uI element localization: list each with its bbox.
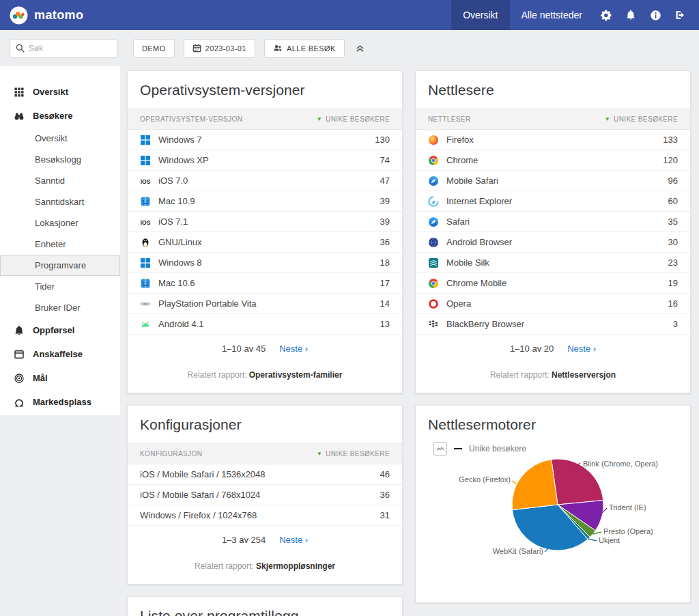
table-row[interactable]: Chrome120: [416, 150, 690, 171]
chrome-icon: [428, 155, 439, 166]
sidebar-item-label: Sanntid: [35, 176, 65, 186]
chrome-icon: [428, 278, 439, 289]
row-value: 35: [668, 216, 678, 227]
sidebar-item-label: Besøkere: [33, 111, 73, 121]
row-label: PlayStation Portable Vita: [158, 298, 380, 309]
row-value: 120: [663, 155, 678, 165]
table-row[interactable]: GNU/Linux36: [128, 232, 402, 253]
column-header-configuration[interactable]: Konfigurasjon: [140, 450, 202, 458]
next-page-link[interactable]: Neste ›: [279, 535, 308, 545]
sidebar-item-m-l[interactable]: Mål: [0, 366, 120, 390]
notifications-bell-icon[interactable]: [618, 0, 643, 30]
segment-selector-button[interactable]: ALLE BESØK: [264, 39, 345, 58]
sidebar-item-programvare[interactable]: Programvare: [0, 255, 120, 276]
table-row[interactable]: iOS / Mobile Safari / 1536x204846: [128, 464, 402, 485]
table-row[interactable]: iOSiOS 7.139: [128, 212, 402, 232]
search-input[interactable]: [29, 44, 104, 53]
binoculars-icon: [14, 111, 25, 122]
table-row[interactable]: Mac 10.617: [128, 273, 402, 294]
column-header-browser[interactable]: Nettleser: [428, 115, 471, 123]
table-row[interactable]: eInternet Explorer60: [416, 191, 690, 212]
table-row[interactable]: Mobile Silk23: [416, 253, 690, 273]
column-header-unique-visitors[interactable]: ▼ Unike besøkere: [317, 115, 390, 123]
table-row[interactable]: PlayStation Portable Vita14: [128, 294, 402, 314]
table-row[interactable]: Android Browser30: [416, 232, 690, 253]
sidebar-item-lokasjoner[interactable]: Lokasjoner: [0, 212, 120, 234]
sidebar-item-sanntid[interactable]: Sanntid: [0, 170, 120, 191]
logout-icon[interactable]: [668, 0, 692, 30]
site-selector-button[interactable]: DEMO: [133, 39, 175, 58]
sort-desc-icon: ▼: [317, 451, 322, 457]
row-value: 13: [380, 319, 390, 329]
info-icon[interactable]: [643, 0, 668, 30]
sidebar-item-label: Oversikt: [33, 87, 68, 97]
table-row[interactable]: Firefox133: [416, 130, 690, 150]
bell-icon: [14, 325, 25, 336]
safari-icon: [428, 176, 439, 186]
table-row[interactable]: Windows 818: [128, 253, 402, 273]
table-row[interactable]: Android 4.113: [128, 314, 402, 335]
row-value: 133: [663, 135, 678, 145]
pie-slice-label: Gecko (Firefox): [459, 475, 511, 484]
table-row[interactable]: Mobile Safari96: [416, 171, 690, 191]
table-row[interactable]: Mac 10.939: [128, 191, 402, 212]
sidebar-item-markedsplass[interactable]: Markedsplass: [0, 390, 120, 414]
related-report-prefix: Relatert rapport:: [188, 370, 247, 380]
sort-desc-icon: ▼: [605, 117, 610, 122]
sidebar-item-sanntidskart[interactable]: Sanntidskart: [0, 191, 120, 212]
table-row[interactable]: Windows XP74: [128, 150, 402, 171]
sidebar-item-label: Oppførsel: [33, 325, 74, 335]
pie-label-line: [512, 481, 517, 484]
pie-slice-gecko-firefox-[interactable]: [512, 460, 558, 510]
table-row[interactable]: iOSiOS 7.047: [128, 171, 402, 191]
related-report-link[interactable]: Nettleserversjon: [552, 370, 616, 380]
matomo-logo[interactable]: matomo: [10, 6, 83, 25]
sidebar-item-bruker-ider[interactable]: Bruker IDer: [0, 297, 120, 318]
sidebar-item-oversikt[interactable]: Oversikt: [0, 80, 120, 104]
row-value: 16: [668, 298, 678, 309]
settings-icon[interactable]: [594, 0, 618, 30]
column-header-unique-visitors[interactable]: ▼ Unike besøkere: [317, 450, 390, 458]
table-row[interactable]: BlackBerry Browser3: [416, 314, 690, 335]
card-configurations: Konfigurasjoner Konfigurasjon ▼ Unike be…: [127, 405, 403, 585]
sidebar-item-anskaffelse[interactable]: Anskaffelse: [0, 342, 120, 366]
related-report-link[interactable]: Skjermoppløsninger: [256, 561, 335, 571]
date-range-button[interactable]: 2023-03-01: [184, 39, 255, 58]
table-row[interactable]: Windows / Firefox / 1024x76831: [128, 505, 402, 526]
next-page-link[interactable]: Neste ›: [279, 344, 308, 354]
table-row[interactable]: iOS / Mobile Safari / 768x102436: [128, 485, 402, 505]
related-report-link[interactable]: Operativsystem-familier: [249, 370, 343, 380]
column-header-unique-visitors[interactable]: ▼ Unike besøkere: [605, 115, 678, 123]
nav-tab-alle-nettsteder[interactable]: Alle nettsteder: [510, 0, 595, 30]
next-page-link[interactable]: Neste ›: [567, 344, 596, 354]
row-label: iOS 7.1: [158, 216, 380, 227]
opera-icon: [428, 298, 439, 309]
sidebar-item-label: Enheter: [35, 239, 66, 249]
sidebar-item-label: Anskaffelse: [33, 349, 83, 359]
row-label: Mobile Safari: [446, 176, 668, 186]
column-header-os-version[interactable]: Operativsystem-versjon: [140, 115, 242, 123]
sidebar-item-label: Tider: [35, 281, 55, 292]
card-title-configurations: Konfigurasjoner: [128, 406, 402, 443]
sidebar-item-oversikt[interactable]: Oversikt: [0, 128, 120, 149]
table-row[interactable]: Opera16: [416, 294, 690, 314]
browser-engines-pie-chart: Blink (Chrome, Opera)Trident (IE)Presto …: [416, 406, 691, 604]
related-report-prefix: Relatert rapport:: [195, 561, 254, 571]
collapse-chevrons-up-icon[interactable]: [355, 43, 365, 53]
sidebar-item-label: Besøkslogg: [35, 154, 81, 165]
table-row[interactable]: Safari35: [416, 212, 690, 232]
sidebar-item-bes-kere[interactable]: Besøkere: [0, 104, 120, 128]
sidebar-item-tider[interactable]: Tider: [0, 276, 120, 297]
sidebar-item-bes-kslogg[interactable]: Besøkslogg: [0, 149, 120, 170]
sidebar-item-oppf-rsel[interactable]: Oppførsel: [0, 318, 120, 342]
sidebar-item-enheter[interactable]: Enheter: [0, 234, 120, 255]
table-row[interactable]: Chrome Mobile19: [416, 273, 690, 294]
table-row[interactable]: Windows 7130: [128, 130, 402, 150]
pie-slice-label: WebKit (Safari): [493, 547, 543, 555]
row-label: iOS / Mobile Safari / 768x1024: [140, 490, 380, 500]
top-navbar: matomo Oversikt Alle nettsteder: [0, 0, 699, 30]
pie-slice-label: Trident (IE): [609, 503, 646, 512]
nav-tab-oversikt[interactable]: Oversikt: [451, 0, 509, 30]
windows-icon: [140, 155, 151, 166]
row-label: iOS 7.0: [158, 176, 380, 186]
